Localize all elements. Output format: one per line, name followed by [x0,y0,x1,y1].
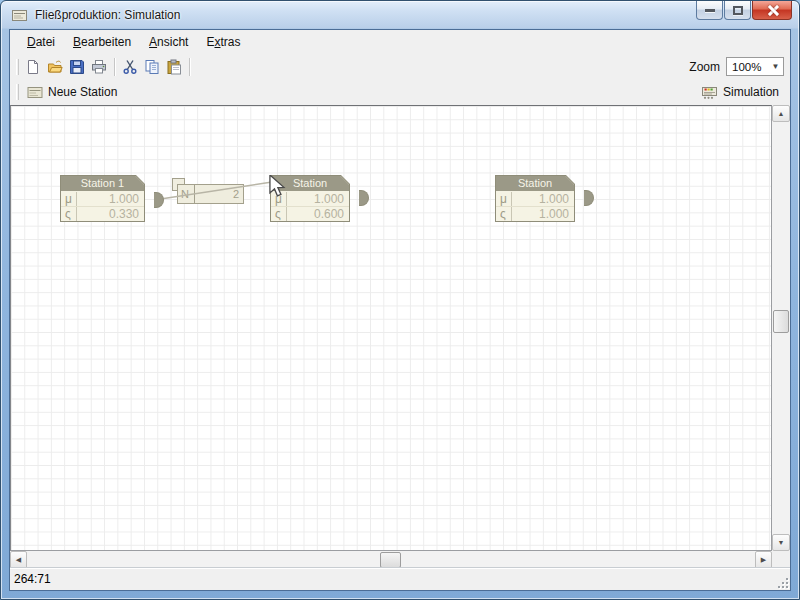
cut-button[interactable] [119,56,141,78]
sigma-value: 0.330 [77,207,144,221]
scroll-up-button[interactable]: ▲ [772,105,790,122]
menu-bearbeiten[interactable]: Bearbeiten [64,32,140,52]
scroll-down-button[interactable]: ▼ [772,534,790,551]
sigma-symbol: ς [271,207,287,221]
mu-symbol: μ [496,192,512,206]
buffer-capacity: 2 [195,185,243,203]
maximize-icon [733,6,743,15]
menu-extras[interactable]: Extras [197,32,249,52]
station-title: Station [271,176,349,191]
simulation-button[interactable]: Simulation [696,82,784,102]
toolbar-separator [189,58,190,76]
mu-value: 1.000 [77,192,144,206]
station-title: Station 1 [61,176,144,191]
vertical-scrollbar[interactable]: ▲ ▼ [772,105,790,551]
cursor-position: 264:71 [14,572,51,586]
simulation-label: Simulation [723,85,779,99]
mu-symbol: μ [271,192,287,206]
station-row: ς 1.000 [496,206,574,221]
open-folder-icon [47,59,63,75]
toolbar-grip [16,59,19,75]
station-node-2[interactable]: Station μ 1.000 ς 0.600 [270,175,350,222]
horizontal-scroll-thumb[interactable] [380,552,401,568]
app-window: Fließproduktion: Simulation Datei Bearbe… [0,0,800,600]
output-port[interactable] [584,190,594,206]
new-button[interactable] [22,56,44,78]
menu-datei[interactable]: Datei [18,32,64,52]
simulation-canvas[interactable]: N 2 Station 1 μ 1.000 ς 0.330 [10,105,772,551]
resize-grip[interactable] [775,575,788,588]
save-icon [69,59,85,75]
output-port[interactable] [154,192,164,208]
station-row: ς 0.330 [61,206,144,221]
station-node-3[interactable]: Station μ 1.000 ς 1.000 [495,175,575,222]
sigma-value: 1.000 [512,207,574,221]
zoom-label: Zoom [689,60,720,74]
output-port[interactable] [359,190,369,206]
copy-icon [144,59,160,75]
close-button[interactable] [752,1,792,20]
minimize-button[interactable] [696,1,723,20]
mu-value: 1.000 [287,192,349,206]
window-title: Fließproduktion: Simulation [35,8,180,22]
vertical-scroll-thumb[interactable] [773,310,789,333]
cut-icon [122,59,138,75]
sigma-symbol: ς [496,207,512,221]
new-document-icon [25,59,41,75]
station-row: μ 1.000 [61,191,144,206]
station-icon [27,86,43,99]
station-row: ς 0.600 [271,206,349,221]
minimize-icon [705,9,715,12]
buffer-label: N [178,185,195,203]
station-row: μ 1.000 [496,191,574,206]
title-bar[interactable]: Fließproduktion: Simulation [1,1,799,29]
paste-button[interactable] [163,56,185,78]
print-button[interactable] [88,56,110,78]
mu-value: 1.000 [512,192,574,206]
save-button[interactable] [66,56,88,78]
window-content: Datei Bearbeiten Ansicht Extras [9,29,791,591]
maximize-button[interactable] [724,1,751,20]
mu-symbol: μ [61,192,77,206]
print-icon [91,59,107,75]
menu-ansicht[interactable]: Ansicht [140,32,197,52]
zoom-value: 100% [727,61,768,73]
paste-icon [166,59,182,75]
menu-bar: Datei Bearbeiten Ansicht Extras [10,30,790,54]
toolbar-grip [16,84,19,100]
new-station-label: Neue Station [48,85,117,99]
copy-button[interactable] [141,56,163,78]
status-bar: 264:71 [10,567,790,590]
new-station-button[interactable]: Neue Station [22,83,122,101]
connection-line [11,106,772,551]
sigma-value: 0.600 [287,207,349,221]
station-title: Station [496,176,574,191]
sigma-symbol: ς [61,207,77,221]
close-icon [767,5,778,16]
station-toolbar: Neue Station Simulation [10,79,790,105]
open-button[interactable] [44,56,66,78]
buffer-node[interactable]: N 2 [177,184,244,204]
toolbar-separator [114,58,115,76]
simulation-icon [701,84,718,100]
station-row: μ 1.000 [271,191,349,206]
app-icon[interactable] [11,7,29,23]
chevron-down-icon[interactable]: ▼ [768,58,783,75]
main-toolbar: Zoom 100% ▼ [10,54,790,79]
zoom-combobox[interactable]: 100% ▼ [726,57,784,76]
station-node-1[interactable]: Station 1 μ 1.000 ς 0.330 [60,175,145,222]
